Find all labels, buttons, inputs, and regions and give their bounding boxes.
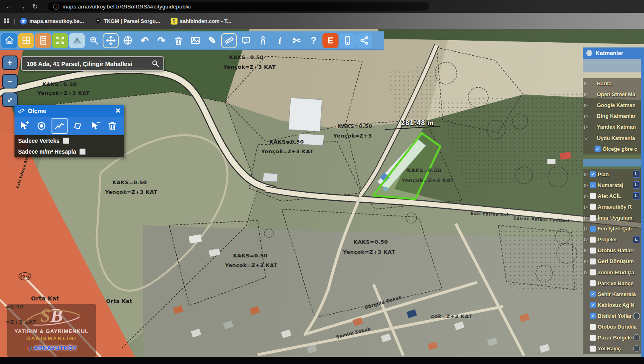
redo-button[interactable]: ↷ xyxy=(153,33,169,48)
zoom-extent-button[interactable] xyxy=(52,33,68,48)
expander-right-icon[interactable]: ▷ xyxy=(584,248,590,253)
layer-badge-L[interactable]: L xyxy=(633,181,640,189)
globe-button[interactable] xyxy=(120,33,136,48)
point-measure-tool[interactable] xyxy=(34,119,49,133)
layer-checkbox[interactable]: ✓ xyxy=(594,146,601,152)
expander-right-icon[interactable]: ▷ xyxy=(584,237,590,242)
layer-item-afet-aci-l[interactable]: ▷Afet ACİLL xyxy=(583,191,641,202)
pan-tool-button[interactable] xyxy=(103,33,119,48)
layer-item-şehir-kamerala[interactable]: ✓Şehir Kamerala xyxy=(583,289,641,300)
layer-item-projeler[interactable]: ▷ProjelerL xyxy=(583,234,641,245)
layer-checkbox[interactable]: – xyxy=(590,226,596,232)
layer-checkbox[interactable]: ✓ xyxy=(590,313,596,319)
home-button[interactable] xyxy=(1,33,17,48)
expander-right-icon[interactable]: ▷ xyxy=(584,226,590,231)
expander-right-icon[interactable]: ▷ xyxy=(584,259,590,264)
line-measure-tool[interactable] xyxy=(52,118,68,134)
zoom-in-tool-button[interactable] xyxy=(86,33,102,48)
draw-button[interactable]: ✎ xyxy=(204,33,220,48)
layer-item-uydu-katmanla[interactable]: ▽Uydu Katmanla xyxy=(583,132,641,143)
map-zoom-in-button[interactable]: + xyxy=(2,56,18,70)
measure-panel-header[interactable]: Ölçme ✕ xyxy=(14,105,124,117)
expander-right-icon[interactable]: ▷ xyxy=(584,215,590,220)
expander-right-icon[interactable]: ▷ xyxy=(584,172,590,177)
reload-icon[interactable]: ↻ xyxy=(32,3,38,10)
layer-badge-L[interactable]: L xyxy=(633,192,640,199)
layer-item-bisiklet-yolları[interactable]: ✓Bisiklet Yolları xyxy=(583,311,641,321)
layer-item-numarataj[interactable]: ▷–NumaratajL xyxy=(583,180,641,191)
layer-item-otobüs-durakla[interactable]: Otobüs Durakla xyxy=(583,321,641,332)
layer-item-kablosuz-ağ-n[interactable]: ✓Kablosuz Ağ N xyxy=(583,300,641,311)
map-grid-button[interactable] xyxy=(18,33,34,48)
layer-checkbox[interactable] xyxy=(590,269,596,276)
expander-right-icon[interactable]: ▷ xyxy=(584,183,590,188)
layers-scrollbar[interactable] xyxy=(641,47,644,357)
layer-checkbox[interactable] xyxy=(590,258,596,265)
layer-item-zemin-etüd-ça[interactable]: ▷Zemin Etüd Ça xyxy=(583,267,641,278)
layer-item-ölçeğe-göre-ç[interactable]: ✓Ölçeğe göre ç xyxy=(583,144,641,154)
layer-item-yol-rayiç[interactable]: Yol Rayiç xyxy=(583,343,641,354)
layer-item-yandex-katman[interactable]: ▷Yandex Katman xyxy=(583,121,641,132)
layer-checkbox[interactable] xyxy=(590,236,596,243)
layer-item-google-katman[interactable]: ▷Google Katman xyxy=(583,100,641,111)
layer-item-geri-dönüşüm[interactable]: ▷Geri Dönüşüm xyxy=(583,256,641,267)
export-image-button[interactable] xyxy=(187,33,203,48)
map-zoom-out-button[interactable]: − xyxy=(2,74,18,88)
layer-checkbox[interactable] xyxy=(590,193,596,199)
share-button[interactable] xyxy=(356,33,372,48)
layer-item-i-mar-uygulam[interactable]: ▷İmar Uygulam xyxy=(583,212,641,223)
clip-button[interactable]: ✂ xyxy=(289,33,305,48)
select-add-tool[interactable] xyxy=(17,119,31,133)
layer-checkbox[interactable] xyxy=(590,345,596,352)
layer-checkbox[interactable]: – xyxy=(590,182,596,188)
layer-checkbox[interactable]: ✓ xyxy=(590,171,596,177)
layer-badge-L[interactable]: L xyxy=(633,171,640,178)
checkbox[interactable] xyxy=(79,148,86,155)
bookmark-1[interactable]: mmaps.arnavutkoy.be... xyxy=(20,18,84,25)
search-icon[interactable] xyxy=(151,60,159,68)
site-info-icon[interactable]: i xyxy=(53,4,59,10)
layer-item-fen-i-şleri-çalı[interactable]: ▷–Fen İşleri Çalı xyxy=(583,223,641,234)
expander-right-icon[interactable]: ▷ xyxy=(584,204,590,210)
close-icon[interactable]: ✕ xyxy=(115,107,121,115)
layer-item-plan[interactable]: ▷✓PlanL xyxy=(583,169,641,180)
forward-icon[interactable]: → xyxy=(19,3,26,10)
layer-checkbox[interactable] xyxy=(590,204,596,210)
clear-button[interactable] xyxy=(170,33,186,48)
layer-item-park-ve-bahçe[interactable]: Park ve Bahçe xyxy=(583,278,641,289)
layers-panel-header[interactable]: Katmanlar xyxy=(583,47,641,59)
feedback-button[interactable]: ? xyxy=(238,33,254,48)
expander-down-icon[interactable]: ▽ xyxy=(584,136,590,141)
measure-button[interactable] xyxy=(221,33,237,48)
layer-item-pazar-bölgeleri[interactable]: Pazar Bölgeleri xyxy=(583,332,641,343)
street-view-button[interactable] xyxy=(255,33,271,48)
undo-button[interactable]: ↶ xyxy=(136,33,153,48)
layer-checkbox[interactable] xyxy=(590,215,596,221)
apps-grid-icon[interactable] xyxy=(4,19,9,23)
mobile-app-button[interactable] xyxy=(339,33,355,48)
document-button[interactable] xyxy=(35,33,51,48)
expander-right-icon[interactable]: ▷ xyxy=(584,113,590,119)
info-button[interactable]: i xyxy=(272,33,288,48)
layer-item-open-street-ma[interactable]: ▷Open Street Ma xyxy=(583,89,641,100)
clear-measure-tool[interactable] xyxy=(105,119,120,133)
bookmark-2[interactable]: TKGM | Parsel Sorgu... xyxy=(95,18,160,25)
expander-right-icon[interactable]: ▷ xyxy=(584,81,590,86)
expander-right-icon[interactable]: ▷ xyxy=(584,103,590,108)
checkbox[interactable] xyxy=(63,138,69,144)
satellite-map[interactable] xyxy=(0,29,644,357)
layer-checkbox[interactable]: ✓ xyxy=(590,291,596,297)
expander-right-icon[interactable]: ▷ xyxy=(584,270,590,275)
select-remove-tool[interactable] xyxy=(88,119,102,133)
layer-checkbox[interactable] xyxy=(590,280,596,286)
layer-checkbox[interactable] xyxy=(590,247,596,254)
layers-button[interactable] xyxy=(69,33,85,48)
layer-checkbox[interactable]: ✓ xyxy=(590,302,596,308)
layer-checkbox[interactable] xyxy=(590,324,596,330)
layer-item-otobüs-hatları[interactable]: ▷Otobüs Hatları xyxy=(583,245,641,256)
layer-badge-L[interactable]: L xyxy=(633,236,640,243)
layer-item-arnavutköy-r[interactable]: ▷Arnavutköy R xyxy=(583,202,641,212)
map-viewport[interactable]: KAKS=0.50Yençok=Z+3 KATKAKS=0.50Yençok=Z… xyxy=(0,29,644,357)
url-bar[interactable]: i maps.arnavutkoy.bel.tr/GISoftGIS/#/cit… xyxy=(47,2,429,11)
layer-checkbox[interactable] xyxy=(590,335,596,341)
